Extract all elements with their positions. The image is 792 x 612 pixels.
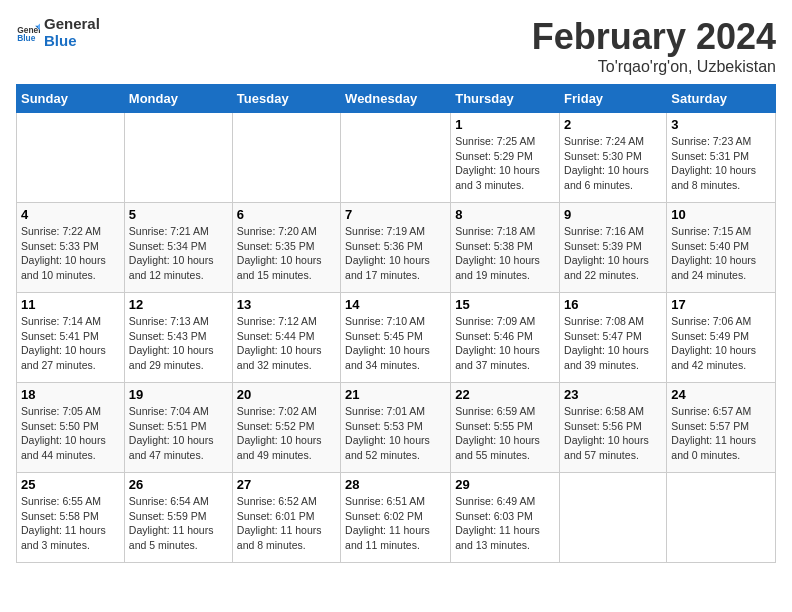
day-number: 23 — [564, 387, 662, 402]
day-info: Sunrise: 7:05 AMSunset: 5:50 PMDaylight:… — [21, 404, 120, 463]
day-cell: 6Sunrise: 7:20 AMSunset: 5:35 PMDaylight… — [232, 203, 340, 293]
weekday-header-monday: Monday — [124, 85, 232, 113]
day-cell — [667, 473, 776, 563]
day-info: Sunrise: 7:14 AMSunset: 5:41 PMDaylight:… — [21, 314, 120, 373]
calendar-subtitle: To'rqao'rg'on, Uzbekistan — [532, 58, 776, 76]
day-number: 24 — [671, 387, 771, 402]
day-info: Sunrise: 7:13 AMSunset: 5:43 PMDaylight:… — [129, 314, 228, 373]
day-info: Sunrise: 7:15 AMSunset: 5:40 PMDaylight:… — [671, 224, 771, 283]
day-info: Sunrise: 7:21 AMSunset: 5:34 PMDaylight:… — [129, 224, 228, 283]
day-cell — [124, 113, 232, 203]
day-cell: 28Sunrise: 6:51 AMSunset: 6:02 PMDayligh… — [341, 473, 451, 563]
day-info: Sunrise: 7:12 AMSunset: 5:44 PMDaylight:… — [237, 314, 336, 373]
calendar-title: February 2024 — [532, 16, 776, 58]
day-cell — [341, 113, 451, 203]
day-info: Sunrise: 7:08 AMSunset: 5:47 PMDaylight:… — [564, 314, 662, 373]
day-cell — [17, 113, 125, 203]
day-number: 1 — [455, 117, 555, 132]
day-info: Sunrise: 7:25 AMSunset: 5:29 PMDaylight:… — [455, 134, 555, 193]
day-cell: 11Sunrise: 7:14 AMSunset: 5:41 PMDayligh… — [17, 293, 125, 383]
day-number: 12 — [129, 297, 228, 312]
weekday-header-saturday: Saturday — [667, 85, 776, 113]
day-info: Sunrise: 7:18 AMSunset: 5:38 PMDaylight:… — [455, 224, 555, 283]
day-cell: 9Sunrise: 7:16 AMSunset: 5:39 PMDaylight… — [560, 203, 667, 293]
week-row-5: 25Sunrise: 6:55 AMSunset: 5:58 PMDayligh… — [17, 473, 776, 563]
logo-line1: General — [44, 16, 100, 33]
week-row-4: 18Sunrise: 7:05 AMSunset: 5:50 PMDayligh… — [17, 383, 776, 473]
day-info: Sunrise: 6:54 AMSunset: 5:59 PMDaylight:… — [129, 494, 228, 553]
weekday-header-thursday: Thursday — [451, 85, 560, 113]
day-number: 28 — [345, 477, 446, 492]
day-number: 9 — [564, 207, 662, 222]
day-info: Sunrise: 6:55 AMSunset: 5:58 PMDaylight:… — [21, 494, 120, 553]
day-info: Sunrise: 7:10 AMSunset: 5:45 PMDaylight:… — [345, 314, 446, 373]
day-number: 21 — [345, 387, 446, 402]
day-number: 2 — [564, 117, 662, 132]
day-number: 18 — [21, 387, 120, 402]
day-info: Sunrise: 6:51 AMSunset: 6:02 PMDaylight:… — [345, 494, 446, 553]
day-number: 15 — [455, 297, 555, 312]
day-number: 6 — [237, 207, 336, 222]
day-info: Sunrise: 6:57 AMSunset: 5:57 PMDaylight:… — [671, 404, 771, 463]
day-number: 5 — [129, 207, 228, 222]
day-number: 25 — [21, 477, 120, 492]
day-info: Sunrise: 7:24 AMSunset: 5:30 PMDaylight:… — [564, 134, 662, 193]
day-cell: 23Sunrise: 6:58 AMSunset: 5:56 PMDayligh… — [560, 383, 667, 473]
day-cell: 25Sunrise: 6:55 AMSunset: 5:58 PMDayligh… — [17, 473, 125, 563]
day-info: Sunrise: 6:49 AMSunset: 6:03 PMDaylight:… — [455, 494, 555, 553]
day-info: Sunrise: 7:04 AMSunset: 5:51 PMDaylight:… — [129, 404, 228, 463]
day-info: Sunrise: 7:19 AMSunset: 5:36 PMDaylight:… — [345, 224, 446, 283]
weekday-header-tuesday: Tuesday — [232, 85, 340, 113]
day-number: 7 — [345, 207, 446, 222]
day-number: 17 — [671, 297, 771, 312]
calendar-table: SundayMondayTuesdayWednesdayThursdayFrid… — [16, 84, 776, 563]
day-cell: 4Sunrise: 7:22 AMSunset: 5:33 PMDaylight… — [17, 203, 125, 293]
day-number: 27 — [237, 477, 336, 492]
day-cell: 22Sunrise: 6:59 AMSunset: 5:55 PMDayligh… — [451, 383, 560, 473]
day-cell: 12Sunrise: 7:13 AMSunset: 5:43 PMDayligh… — [124, 293, 232, 383]
day-info: Sunrise: 7:16 AMSunset: 5:39 PMDaylight:… — [564, 224, 662, 283]
day-number: 13 — [237, 297, 336, 312]
day-cell: 3Sunrise: 7:23 AMSunset: 5:31 PMDaylight… — [667, 113, 776, 203]
day-cell: 13Sunrise: 7:12 AMSunset: 5:44 PMDayligh… — [232, 293, 340, 383]
day-info: Sunrise: 7:09 AMSunset: 5:46 PMDaylight:… — [455, 314, 555, 373]
day-cell: 1Sunrise: 7:25 AMSunset: 5:29 PMDaylight… — [451, 113, 560, 203]
day-number: 29 — [455, 477, 555, 492]
day-cell: 21Sunrise: 7:01 AMSunset: 5:53 PMDayligh… — [341, 383, 451, 473]
day-number: 16 — [564, 297, 662, 312]
day-info: Sunrise: 7:01 AMSunset: 5:53 PMDaylight:… — [345, 404, 446, 463]
day-number: 3 — [671, 117, 771, 132]
day-cell: 16Sunrise: 7:08 AMSunset: 5:47 PMDayligh… — [560, 293, 667, 383]
day-info: Sunrise: 7:02 AMSunset: 5:52 PMDaylight:… — [237, 404, 336, 463]
day-cell: 18Sunrise: 7:05 AMSunset: 5:50 PMDayligh… — [17, 383, 125, 473]
day-cell: 19Sunrise: 7:04 AMSunset: 5:51 PMDayligh… — [124, 383, 232, 473]
day-number: 26 — [129, 477, 228, 492]
logo-line2: Blue — [44, 33, 100, 50]
day-info: Sunrise: 6:59 AMSunset: 5:55 PMDaylight:… — [455, 404, 555, 463]
day-cell: 29Sunrise: 6:49 AMSunset: 6:03 PMDayligh… — [451, 473, 560, 563]
day-cell: 17Sunrise: 7:06 AMSunset: 5:49 PMDayligh… — [667, 293, 776, 383]
weekday-header-sunday: Sunday — [17, 85, 125, 113]
day-number: 20 — [237, 387, 336, 402]
day-number: 14 — [345, 297, 446, 312]
day-number: 8 — [455, 207, 555, 222]
weekday-header-friday: Friday — [560, 85, 667, 113]
day-info: Sunrise: 7:20 AMSunset: 5:35 PMDaylight:… — [237, 224, 336, 283]
day-cell: 10Sunrise: 7:15 AMSunset: 5:40 PMDayligh… — [667, 203, 776, 293]
day-number: 19 — [129, 387, 228, 402]
day-cell: 20Sunrise: 7:02 AMSunset: 5:52 PMDayligh… — [232, 383, 340, 473]
day-cell: 14Sunrise: 7:10 AMSunset: 5:45 PMDayligh… — [341, 293, 451, 383]
logo-icon: General Blue — [16, 21, 40, 45]
weekday-header-row: SundayMondayTuesdayWednesdayThursdayFrid… — [17, 85, 776, 113]
day-number: 22 — [455, 387, 555, 402]
week-row-1: 1Sunrise: 7:25 AMSunset: 5:29 PMDaylight… — [17, 113, 776, 203]
day-cell: 15Sunrise: 7:09 AMSunset: 5:46 PMDayligh… — [451, 293, 560, 383]
day-info: Sunrise: 7:23 AMSunset: 5:31 PMDaylight:… — [671, 134, 771, 193]
day-cell: 26Sunrise: 6:54 AMSunset: 5:59 PMDayligh… — [124, 473, 232, 563]
week-row-2: 4Sunrise: 7:22 AMSunset: 5:33 PMDaylight… — [17, 203, 776, 293]
day-cell: 27Sunrise: 6:52 AMSunset: 6:01 PMDayligh… — [232, 473, 340, 563]
day-cell: 24Sunrise: 6:57 AMSunset: 5:57 PMDayligh… — [667, 383, 776, 473]
day-info: Sunrise: 7:06 AMSunset: 5:49 PMDaylight:… — [671, 314, 771, 373]
title-section: February 2024 To'rqao'rg'on, Uzbekistan — [532, 16, 776, 76]
day-cell — [232, 113, 340, 203]
